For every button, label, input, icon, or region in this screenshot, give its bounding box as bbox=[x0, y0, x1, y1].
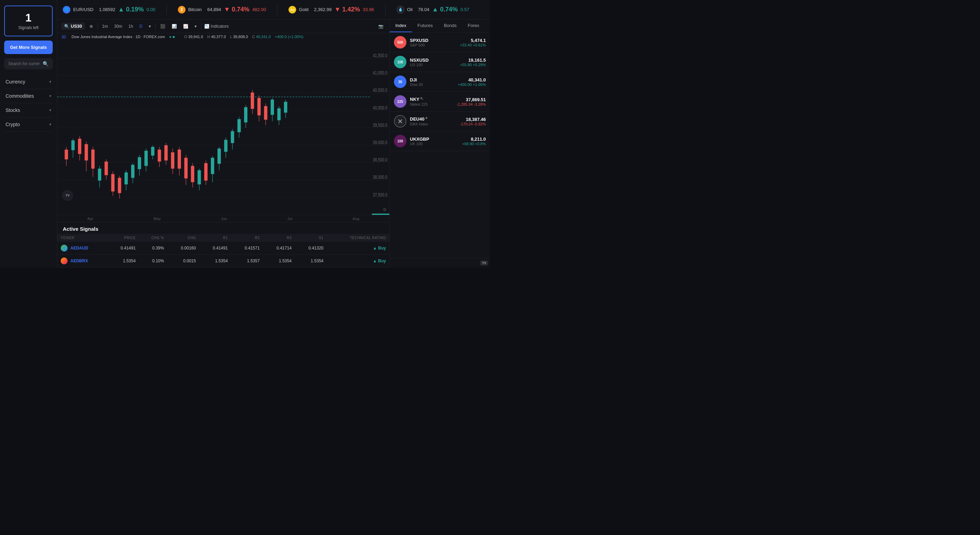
ticker-bar: 🌐 EUR/USD 1.08592 ▲ 0.19% 0.00 ₿ Bitcoin… bbox=[57, 0, 490, 19]
ukxgbp-chg: +68.90 +0.8% bbox=[462, 142, 486, 146]
svg-rect-66 bbox=[218, 149, 221, 164]
screenshot-button[interactable]: 📷 bbox=[377, 23, 385, 30]
col-r2: R2 bbox=[231, 234, 263, 242]
sidebar: 1 Signals left Get More Signals 🔍 Curren… bbox=[0, 0, 57, 268]
oil-price: 78.04 bbox=[418, 7, 430, 12]
tf-dropdown-button[interactable]: ▾ bbox=[147, 23, 153, 30]
ticker-oil[interactable]: 💧 Oil 78.04 ▲ 0.74% 0.57 bbox=[397, 6, 469, 14]
ticker-gold[interactable]: Au Gold 2,362.99 ▼ 1.42% 33.96 bbox=[288, 6, 374, 14]
deu40-badge bbox=[394, 115, 406, 127]
table-row[interactable]: AEDAUD 0.41491 0.39% 0.00160 0.41491 0.4… bbox=[57, 242, 390, 255]
spxusd-info: SPXUSD S&P 500 bbox=[410, 38, 457, 47]
svg-rect-64 bbox=[211, 158, 214, 174]
right-panel: Index Futures Bonds Forex 500 SPXUSD S&P… bbox=[390, 19, 490, 268]
chart-type-button[interactable]: ⬛ bbox=[159, 23, 167, 30]
sidebar-item-label: Currency bbox=[6, 79, 25, 84]
symbol-search[interactable]: 🔍 US30 bbox=[61, 22, 85, 30]
row-price: 1.5354 bbox=[107, 255, 139, 268]
sidebar-item-commodities[interactable]: Commodities ▾ bbox=[4, 89, 53, 103]
signals-label: Signals left bbox=[9, 25, 48, 30]
chart-options-button[interactable]: ▾ bbox=[193, 23, 198, 30]
svg-rect-74 bbox=[244, 107, 248, 122]
svg-rect-68 bbox=[224, 140, 228, 152]
dji-chg: +400.00 +1.00% bbox=[458, 83, 486, 87]
deu40-name: DEU40 E bbox=[410, 116, 457, 122]
spxusd-chg: +33.40 +0.61% bbox=[460, 43, 486, 47]
ukxgbp-name: UKXGBP bbox=[410, 137, 458, 142]
tab-forex[interactable]: Forex bbox=[462, 19, 485, 32]
eurusd-price: 1.08592 bbox=[99, 7, 116, 12]
svg-rect-82 bbox=[271, 100, 274, 115]
chart-wrapper[interactable]: 41,500.0 41,000.0 40,500.0 40,000.0 39,5… bbox=[57, 41, 390, 215]
chart-panel: 🔍 US30 ⊕ 1m 30m 1h D ▾ ⬛ 📊 📈 ▾ 📉 Indicat… bbox=[57, 19, 390, 268]
col-chg: CHG bbox=[167, 234, 199, 242]
svg-text:41,000.0: 41,000.0 bbox=[373, 70, 387, 76]
deu40-price: 18,387.46 bbox=[460, 117, 486, 122]
ticker-link-aedbrx[interactable]: AEDBRX bbox=[70, 259, 88, 264]
svg-rect-22 bbox=[72, 140, 75, 150]
ukxgbp-price: 8,211.0 bbox=[462, 137, 486, 142]
row-rating: ▲ Buy bbox=[327, 255, 390, 268]
svg-rect-50 bbox=[164, 145, 168, 160]
svg-rect-34 bbox=[111, 174, 115, 191]
sidebar-item-label: Stocks bbox=[6, 107, 20, 113]
sidebar-item-stocks[interactable]: Stocks ▾ bbox=[4, 103, 53, 117]
ohlc-l: L 39,808.0 bbox=[230, 35, 248, 40]
chart-symbol: US30 bbox=[71, 24, 82, 29]
svg-rect-62 bbox=[204, 163, 208, 181]
chart-line-button[interactable]: 📈 bbox=[181, 23, 190, 30]
dji-vals: 40,341.0 +400.00 +1.00% bbox=[458, 77, 486, 87]
index-item-dji[interactable]: 30 DJI Dow 30 40,341.0 +400.00 +1.00% bbox=[390, 72, 490, 92]
tf-d-button[interactable]: D bbox=[138, 23, 144, 30]
index-item-nky[interactable]: 225 NKY E· Nikkei 225 37,869.51 -1,285.3… bbox=[390, 92, 490, 111]
sidebar-item-crypto[interactable]: Crypto ▾ bbox=[4, 117, 53, 132]
nky-sub: Nikkei 225 bbox=[410, 102, 453, 106]
index-item-deu40[interactable]: DEU40 E DAX Index 18,387.46 -170.24 -0.9… bbox=[390, 111, 490, 131]
ticker-bitcoin[interactable]: ₿ Bitcoin 64,894 ▼ 0.74% 482.00 bbox=[178, 6, 266, 14]
row-r1: 1.5354 bbox=[199, 255, 231, 268]
oil-name: Oil bbox=[407, 7, 413, 12]
tradingview-logo: TV bbox=[480, 260, 488, 265]
nsxusd-info: NSXUSD US 100 bbox=[410, 57, 457, 67]
sidebar-item-currency[interactable]: Currency ▾ bbox=[4, 75, 53, 89]
chart-bar-button[interactable]: 📊 bbox=[170, 23, 178, 30]
get-more-signals-button[interactable]: Get More Signals bbox=[4, 41, 53, 54]
svg-rect-36 bbox=[118, 178, 121, 193]
row-r3: 0.41714 bbox=[263, 242, 295, 255]
sidebar-item-label: Crypto bbox=[6, 122, 20, 127]
add-indicator-button[interactable]: ⊕ bbox=[88, 23, 95, 30]
svg-rect-30 bbox=[98, 169, 101, 181]
x-label-apr: Apr bbox=[88, 217, 93, 221]
indicators-button[interactable]: 📉 Indicators bbox=[204, 24, 229, 29]
index-item-ukxgbp[interactable]: 100 UKXGBP UK 100 8,211.0 +68.90 +0.8% bbox=[390, 131, 490, 151]
index-item-nsxusd[interactable]: 100 NSXUSD US 100 19,161.5 +55.80 +0.29% bbox=[390, 52, 490, 72]
tab-bonds[interactable]: Bonds bbox=[438, 19, 462, 32]
chart-x-axis: Apr May Jun Jul Aug bbox=[57, 215, 390, 222]
svg-rect-20 bbox=[65, 150, 68, 159]
search-icon: 🔍 bbox=[43, 61, 49, 67]
ticker-eurusd[interactable]: 🌐 EUR/USD 1.08592 ▲ 0.19% 0.00 bbox=[63, 6, 155, 14]
index-item-spxusd[interactable]: 500 SPXUSD S&P 500 5,474.1 +33.40 +0.61% bbox=[390, 33, 490, 52]
svg-rect-38 bbox=[124, 173, 128, 185]
tf-1h-button[interactable]: 1h bbox=[127, 23, 135, 30]
row-ticker: AEDBRX bbox=[57, 255, 107, 268]
nsxusd-name: NSXUSD bbox=[410, 57, 457, 63]
tab-index[interactable]: Index bbox=[390, 19, 412, 32]
table-row[interactable]: AEDBRX 1.5354 0.10% 0.0015 1.5354 1.5357… bbox=[57, 255, 390, 268]
oil-sub: 0.57 bbox=[461, 7, 469, 12]
search-input[interactable] bbox=[8, 61, 40, 66]
tab-futures[interactable]: Futures bbox=[412, 19, 438, 32]
ukxgbp-vals: 8,211.0 +68.90 +0.8% bbox=[462, 137, 486, 146]
ukxgbp-sub: UK 100 bbox=[410, 142, 458, 146]
svg-rect-48 bbox=[158, 150, 161, 162]
ohlc-change: +400.0 (+1.00%) bbox=[275, 35, 304, 40]
tf-30m-button[interactable]: 30m bbox=[112, 23, 124, 30]
row-ticker: AEDAUD bbox=[57, 242, 107, 255]
divider bbox=[97, 23, 98, 29]
svg-rect-46 bbox=[151, 147, 155, 156]
row-chg: 0.00160 bbox=[167, 242, 199, 255]
search-box: 🔍 bbox=[4, 58, 53, 69]
ticker-link-aedaud[interactable]: AEDAUD bbox=[70, 246, 88, 251]
chart-settings-icon[interactable]: ⚙ bbox=[383, 207, 387, 212]
tf-1m-button[interactable]: 1m bbox=[100, 23, 110, 30]
